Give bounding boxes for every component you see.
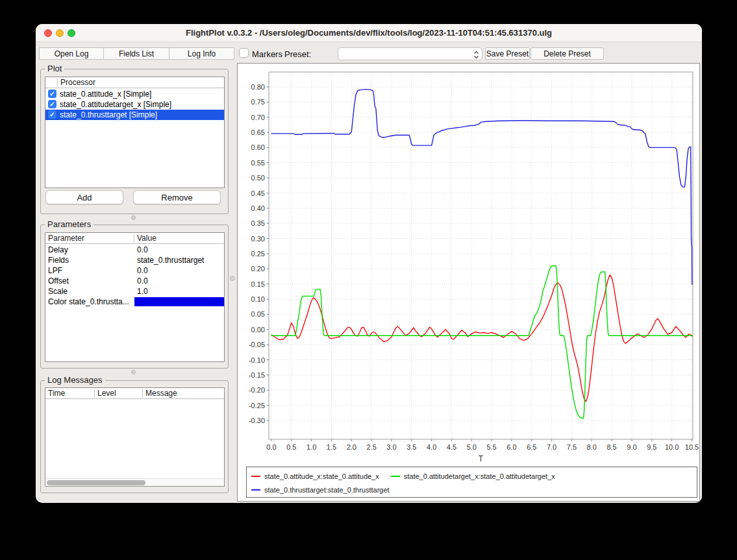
svg-text:0.45: 0.45	[251, 189, 265, 197]
parameters-table-header: Parameter Value	[45, 233, 224, 244]
svg-text:0.80: 0.80	[251, 83, 265, 91]
svg-text:-0.15: -0.15	[249, 371, 265, 379]
splitter-handle-icon[interactable]	[131, 370, 136, 374]
processor-row-attitudetarget-x[interactable]: ✓ state_0.attitudetarget_x [Simple]	[45, 99, 224, 110]
svg-text:T: T	[479, 454, 484, 463]
save-preset-button[interactable]: Save Preset	[485, 47, 530, 60]
svg-text:0.20: 0.20	[251, 265, 265, 273]
title-bar: FlightPlot v.0.3.2 - /Users/oleg/Documen…	[36, 24, 702, 42]
svg-text:-0.25: -0.25	[249, 402, 265, 409]
svg-text:9.0: 9.0	[627, 443, 636, 451]
level-column-header: Level	[95, 389, 116, 398]
scrollbar-thumb[interactable]	[47, 480, 145, 485]
delete-preset-button[interactable]: Delete Preset	[531, 47, 604, 60]
horizontal-scrollbar[interactable]	[45, 478, 224, 486]
parameters-group-title: Parameters	[45, 219, 94, 229]
log-messages-group-title: Log Messages	[45, 375, 105, 385]
value-column-header: Value	[134, 234, 156, 243]
svg-text:0.40: 0.40	[251, 204, 265, 212]
svg-text:0.05: 0.05	[251, 310, 265, 318]
parameter-row-delay[interactable]: Delay 0.0	[45, 245, 224, 255]
parameter-name: Scale	[48, 287, 68, 296]
time-column-header: Time	[45, 389, 65, 398]
parameter-row-fields[interactable]: Fields state_0.thrusttarget	[45, 255, 224, 265]
svg-text:0.35: 0.35	[251, 219, 265, 227]
chart-legend: state_0.attitude_x:state_0.attitude_x st…	[246, 467, 697, 498]
svg-text:0.55: 0.55	[251, 159, 265, 167]
green-line-legend-icon	[391, 476, 400, 477]
svg-text:3.5: 3.5	[406, 443, 416, 451]
processors-table-header: Processor	[45, 77, 224, 88]
processor-row-thrusttarget[interactable]: ✓ state_0.thrusttarget [Simple]	[45, 110, 224, 120]
parameter-name: Color state_0.thrustta...	[48, 297, 129, 306]
split-pane-divider-handle[interactable]	[230, 276, 235, 281]
preset-combobox[interactable]	[338, 47, 482, 60]
svg-text:-0.20: -0.20	[249, 386, 265, 394]
splitter-handle-icon[interactable]	[131, 215, 136, 220]
svg-text:0.00: 0.00	[251, 326, 265, 334]
minimize-window-button[interactable]	[56, 29, 64, 37]
blue-line-legend-icon	[251, 489, 260, 491]
svg-text:-0.30: -0.30	[249, 417, 265, 424]
parameter-row-color[interactable]: Color state_0.thrustta...	[45, 297, 224, 307]
close-window-button[interactable]	[44, 29, 52, 37]
markers-checkbox[interactable]	[239, 48, 249, 58]
checked-checkbox-icon[interactable]: ✓	[48, 90, 56, 98]
checked-checkbox-icon[interactable]: ✓	[48, 110, 56, 119]
svg-text:0.10: 0.10	[251, 295, 265, 303]
parameter-name: LPF	[48, 266, 62, 275]
svg-text:0.65: 0.65	[251, 128, 265, 136]
parameter-value[interactable]: 0.0	[137, 276, 148, 286]
svg-text:6.5: 6.5	[527, 443, 536, 451]
svg-text:8.0: 8.0	[587, 443, 597, 451]
parameter-row-scale[interactable]: Scale 1.0	[45, 286, 224, 297]
svg-text:9.5: 9.5	[647, 443, 656, 451]
fields-list-button[interactable]: Fields List	[103, 47, 169, 60]
add-button[interactable]: Add	[45, 190, 123, 204]
legend-label: state_0.attitudetarget_x:state_0.attitud…	[404, 472, 555, 480]
svg-text:7.5: 7.5	[567, 443, 577, 451]
parameter-row-lpf[interactable]: LPF 0.0	[45, 265, 224, 276]
markers-label: Markers	[252, 49, 282, 59]
parameter-row-offset[interactable]: Offset 0.0	[45, 276, 224, 286]
svg-text:0.25: 0.25	[251, 250, 265, 258]
processor-row-attitude-x[interactable]: ✓ state_0.attitude_x [Simple]	[45, 89, 224, 99]
parameter-name: Delay	[48, 245, 68, 254]
parameter-value[interactable]: 1.0	[137, 287, 148, 296]
zoom-window-button[interactable]	[68, 29, 75, 37]
log-info-button[interactable]: Log Info	[169, 47, 234, 60]
legend-entry: state_0.attitude_x:state_0.attitude_x	[251, 472, 379, 480]
svg-text:7.0: 7.0	[547, 443, 556, 451]
parameter-value[interactable]: state_0.thrusttarget	[137, 256, 204, 265]
flightplot-window: FlightPlot v.0.3.2 - /Users/oleg/Documen…	[36, 24, 702, 503]
open-log-button[interactable]: Open Log	[39, 47, 104, 60]
parameter-value[interactable]: 0.0	[137, 245, 148, 254]
svg-text:0.15: 0.15	[251, 280, 265, 288]
svg-text:0.60: 0.60	[251, 143, 265, 151]
plot-group-title: Plot	[45, 64, 64, 73]
remove-button[interactable]: Remove	[133, 190, 221, 204]
preset-label: Preset:	[284, 49, 311, 59]
red-line-legend-icon	[251, 476, 260, 477]
chart-panel: 0.00.51.01.52.02.53.03.54.04.55.05.56.06…	[237, 63, 700, 502]
checked-checkbox-icon[interactable]: ✓	[48, 100, 56, 108]
svg-text:5.0: 5.0	[467, 443, 477, 451]
parameter-column-header: Parameter	[45, 234, 84, 243]
combo-stepper-icon[interactable]	[473, 50, 479, 62]
svg-text:3.0: 3.0	[386, 443, 396, 451]
svg-text:0.5: 0.5	[286, 443, 296, 451]
color-swatch[interactable]	[134, 297, 224, 306]
legend-label: state_0.attitude_x:state_0.attitude_x	[264, 472, 379, 480]
parameter-value[interactable]: 0.0	[137, 266, 148, 275]
chart-canvas[interactable]: 0.00.51.01.52.02.53.03.54.04.55.05.56.06…	[238, 64, 699, 465]
parameter-name: Offset	[48, 276, 69, 286]
svg-text:2.0: 2.0	[347, 443, 356, 451]
svg-text:5.5: 5.5	[486, 443, 496, 451]
svg-text:1.0: 1.0	[306, 443, 316, 451]
svg-text:10.5: 10.5	[685, 443, 699, 451]
svg-text:6.0: 6.0	[506, 443, 516, 451]
svg-text:0.50: 0.50	[251, 174, 265, 182]
processors-table: Processor ✓ state_0.attitude_x [Simple] …	[45, 77, 225, 188]
svg-text:-0.05: -0.05	[249, 341, 265, 348]
window-title: FlightPlot v.0.3.2 - /Users/oleg/Documen…	[186, 28, 552, 38]
